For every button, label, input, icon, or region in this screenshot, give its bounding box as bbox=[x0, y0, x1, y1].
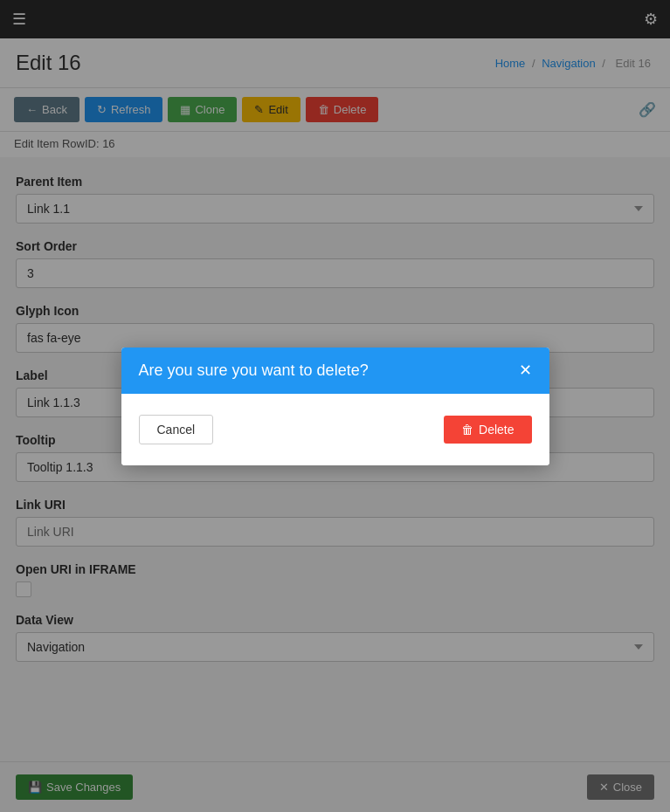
modal-cancel-button[interactable]: Cancel bbox=[139, 415, 214, 444]
modal-body: Cancel 🗑 Delete bbox=[121, 394, 549, 465]
delete-modal: Are you sure you want to delete? ✕ Cance… bbox=[121, 348, 549, 465]
modal-header: Are you sure you want to delete? ✕ bbox=[121, 348, 549, 394]
modal-delete-button[interactable]: 🗑 Delete bbox=[444, 416, 531, 444]
modal-title: Are you sure you want to delete? bbox=[139, 361, 369, 380]
modal-close-button[interactable]: ✕ bbox=[519, 362, 532, 378]
modal-overlay: Are you sure you want to delete? ✕ Cance… bbox=[0, 0, 670, 812]
modal-trash-icon: 🗑 bbox=[461, 423, 473, 437]
